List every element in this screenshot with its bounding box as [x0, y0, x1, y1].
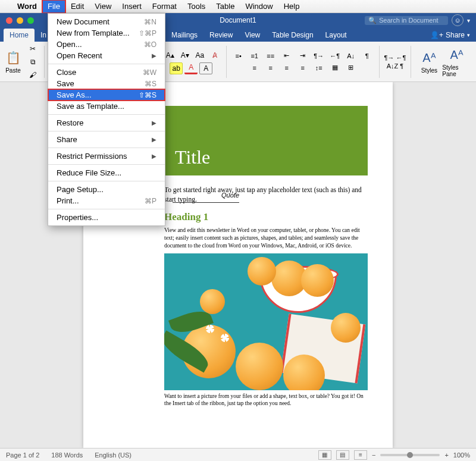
menu-restore[interactable]: Restore▶ [48, 117, 165, 128]
rtl-button[interactable]: ←¶ [328, 51, 342, 61]
shading-button[interactable]: ▦ [328, 62, 342, 73]
zoom-out-button[interactable]: − [372, 451, 375, 459]
share-icon: 👤+ [430, 31, 443, 39]
minimize-window-button[interactable] [17, 17, 23, 24]
styles-pane-icon: Aᴬ [449, 46, 465, 63]
clipboard-icon: 📋 [5, 49, 21, 66]
tab-table-design[interactable]: Table Design [266, 29, 319, 42]
cut-button[interactable]: ✂ [26, 43, 39, 55]
menu-save[interactable]: Save⌘S [48, 78, 165, 89]
menu-new-document[interactable]: New Document⌘N [48, 16, 165, 27]
zoom-window-button[interactable] [27, 17, 34, 24]
sidebar-quote-block[interactable]: Quote [173, 192, 239, 203]
ltr-para-button[interactable]: ¶→ [384, 54, 394, 61]
word-count-status[interactable]: 188 Words [51, 451, 83, 459]
menu-new-from-template[interactable]: New from Template...⇧⌘P [48, 27, 165, 39]
align-right-button[interactable]: ≡ [280, 62, 294, 73]
numbering-button[interactable]: ≡1 [248, 51, 262, 61]
copy-button[interactable]: ⧉ [26, 56, 39, 68]
zoom-level-label[interactable]: 100% [453, 451, 470, 459]
styles-icon: Aᴬ [421, 49, 437, 66]
tab-mailings[interactable]: Mailings [165, 29, 203, 42]
document-title: Document1 [220, 16, 256, 24]
title-placeholder[interactable]: Title [164, 106, 368, 175]
close-window-button[interactable] [6, 17, 12, 24]
change-case-button[interactable]: Aa [193, 49, 206, 61]
menu-format[interactable]: Format [147, 0, 182, 13]
show-marks-button[interactable]: ¶ [360, 51, 374, 61]
page-count-status[interactable]: Page 1 of 2 [6, 451, 39, 459]
tab-home[interactable]: Home [4, 29, 35, 42]
outline-view-button[interactable]: ≡ [354, 450, 367, 460]
multilevel-list-button[interactable]: ≡≡ [264, 51, 278, 61]
decrease-indent-button[interactable]: ⇤ [280, 51, 294, 61]
bullets-button[interactable]: ≡• [231, 51, 246, 61]
search-placeholder: Search in Document [379, 17, 439, 24]
app-name-menu[interactable]: Word [12, 0, 42, 13]
menu-window[interactable]: Window [240, 0, 278, 13]
font-color-button[interactable]: A [184, 62, 198, 74]
language-status[interactable]: English (US) [95, 451, 131, 459]
status-bar: Page 1 of 2 188 Words English (US) ▦ ▤ ≡… [0, 448, 476, 461]
menu-reduce-file-size[interactable]: Reduce File Size... [48, 167, 165, 178]
content-image[interactable] [164, 253, 368, 390]
styles-pane-button[interactable]: Aᴬ Styles Pane [442, 46, 471, 77]
menu-save-as-template[interactable]: Save as Template... [48, 101, 165, 112]
justify-button[interactable]: ≡ [296, 62, 310, 73]
menu-page-setup[interactable]: Page Setup... [48, 184, 165, 195]
body-paragraph-1[interactable]: View and edit this newsletter in Word on… [164, 227, 368, 249]
heading-1[interactable]: Heading 1 [164, 211, 368, 223]
highlight-button[interactable]: ab [170, 62, 183, 74]
menu-open-recent[interactable]: Open Recent▶ [48, 50, 165, 61]
borders-button[interactable]: ⊞ [344, 62, 358, 73]
file-menu-dropdown: New Document⌘N New from Template...⇧⌘P O… [48, 13, 165, 226]
clear-formatting-button[interactable]: A̷ [208, 49, 221, 61]
increase-indent-button[interactable]: ⇥ [296, 51, 310, 61]
window-controls [6, 17, 34, 24]
mac-menu-bar: Word File Edit View Insert Format Tools … [0, 0, 476, 13]
menu-close[interactable]: Close⌘W [48, 67, 165, 78]
web-layout-view-button[interactable]: ▤ [336, 450, 349, 460]
menu-open[interactable]: Open...⌘O [48, 39, 165, 50]
ltr-button[interactable]: ¶→ [312, 51, 326, 61]
share-button[interactable]: 👤+Share▾ [424, 29, 476, 42]
user-account-icon[interactable]: ☺ [452, 14, 464, 26]
menu-edit[interactable]: Edit [65, 0, 89, 13]
search-input[interactable]: 🔍 Search in Document [365, 16, 448, 25]
menu-table[interactable]: Table [211, 0, 240, 13]
print-layout-view-button[interactable]: ▦ [318, 450, 331, 460]
format-painter-button[interactable]: 🖌 [26, 69, 39, 81]
styles-gallery-button[interactable]: Aᴬ Styles [421, 49, 437, 74]
tab-view[interactable]: View [239, 29, 266, 42]
align-center-button[interactable]: ≡ [264, 62, 278, 73]
menu-insert[interactable]: Insert [117, 0, 147, 13]
chevron-down-icon[interactable]: ▾ [467, 17, 470, 24]
menu-save-as[interactable]: Save As...⇧⌘S [48, 89, 165, 101]
rtl-para-button[interactable]: ←¶ [396, 54, 406, 61]
zoom-slider[interactable] [380, 454, 440, 456]
menu-file[interactable]: File [42, 0, 65, 13]
character-shading-button[interactable]: A [199, 62, 212, 74]
zoom-in-button[interactable]: + [444, 451, 448, 459]
decrease-font-button[interactable]: A▾ [178, 49, 192, 61]
increase-font-button[interactable]: A▴ [164, 49, 177, 61]
menu-view[interactable]: View [89, 0, 117, 13]
tab-review[interactable]: Review [203, 29, 239, 42]
menu-share[interactable]: Share▶ [48, 134, 165, 145]
menu-restrict-permissions[interactable]: Restrict Permissions▶ [48, 150, 165, 162]
menu-print[interactable]: Print...⌘P [48, 195, 165, 206]
search-icon: 🔍 [368, 17, 377, 24]
line-spacing-button[interactable]: ↕≡ [312, 62, 326, 73]
menu-tools[interactable]: Tools [182, 0, 211, 13]
align-left-button[interactable]: ≡ [248, 62, 262, 73]
paste-button[interactable]: 📋 Paste [5, 49, 21, 74]
menu-properties[interactable]: Properties... [48, 212, 165, 223]
menu-help[interactable]: Help [278, 0, 305, 13]
sort-button[interactable]: A↓ [344, 51, 358, 61]
pilcrow-button[interactable]: ¶ [400, 62, 403, 70]
sort-button-2[interactable]: A↓Z [387, 62, 399, 70]
tab-layout[interactable]: Layout [320, 29, 353, 42]
image-caption[interactable]: Want to insert a picture from your files… [164, 393, 368, 408]
